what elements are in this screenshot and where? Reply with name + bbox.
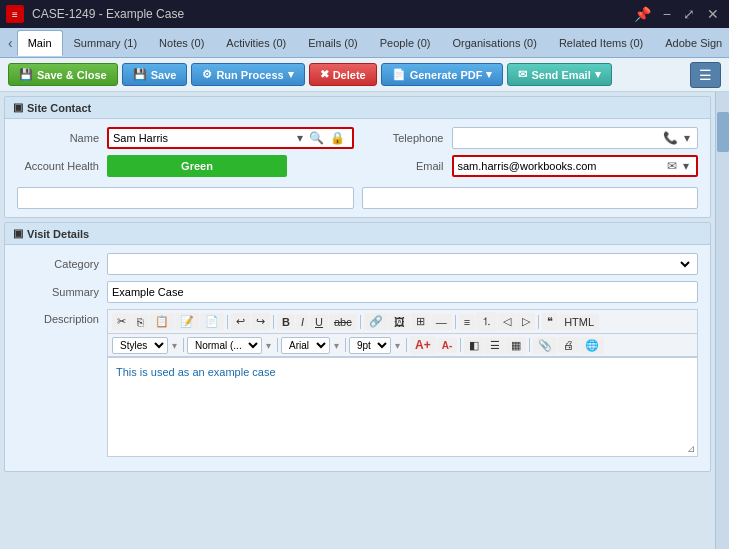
save-close-button[interactable]: 💾 Save & Close bbox=[8, 63, 118, 86]
email-icon-btn[interactable]: ✉ bbox=[664, 158, 680, 174]
account-health-value: Green bbox=[107, 155, 287, 177]
email-dropdown-btn[interactable]: ▾ bbox=[680, 158, 692, 174]
rte-paste-text-btn[interactable]: 📝 bbox=[175, 313, 199, 330]
name-input-wrapper: ▾ 🔍 🔒 bbox=[107, 127, 354, 149]
tab-emails[interactable]: Emails (0) bbox=[297, 30, 369, 56]
email-input[interactable] bbox=[458, 160, 665, 172]
rte-font-grow-btn[interactable]: A+ bbox=[410, 336, 436, 354]
rte-html-btn[interactable]: HTML bbox=[559, 314, 599, 330]
visit-section-collapse-icon[interactable]: ▣ bbox=[13, 227, 23, 240]
pin-button[interactable]: 📌 bbox=[630, 6, 655, 22]
rte-toolbar-row2: Styles ▾ Normal (... ▾ Arial bbox=[107, 333, 698, 357]
email-dropdown-icon: ▾ bbox=[595, 68, 601, 81]
rte-ol-btn[interactable]: ⒈ bbox=[476, 312, 497, 331]
send-email-button[interactable]: ✉ Send Email ▾ bbox=[507, 63, 611, 86]
rte-outdent-btn[interactable]: ◁ bbox=[498, 313, 516, 330]
name-field: ▾ 🔍 🔒 bbox=[107, 127, 354, 149]
rte-size-select[interactable]: 9pt bbox=[349, 337, 391, 354]
pdf-dropdown-icon: ▾ bbox=[486, 68, 492, 81]
rte-image-btn[interactable]: 🖼 bbox=[389, 314, 410, 330]
rte-indent-btn[interactable]: ▷ bbox=[517, 313, 535, 330]
delete-button[interactable]: ✖ Delete bbox=[309, 63, 377, 86]
save-button[interactable]: 💾 Save bbox=[122, 63, 188, 86]
rte-redo-btn[interactable]: ↪ bbox=[251, 313, 270, 330]
rte-copy-btn[interactable]: ⎘ bbox=[132, 314, 149, 330]
rte-hline-btn[interactable]: — bbox=[431, 314, 452, 330]
rte-blockquote-btn[interactable]: ❝ bbox=[542, 313, 558, 330]
rte-styles-select[interactable]: Styles bbox=[112, 337, 168, 354]
rte-strike-btn[interactable]: abc bbox=[329, 314, 357, 330]
empty-left-field bbox=[17, 187, 354, 209]
telephone-input[interactable] bbox=[457, 132, 661, 144]
generate-pdf-button[interactable]: 📄 Generate PDF ▾ bbox=[381, 63, 504, 86]
title-bar: ≡ CASE-1249 - Example Case 📌 − ⤢ ✕ bbox=[0, 0, 729, 28]
rte-underline-btn[interactable]: U bbox=[310, 314, 328, 330]
site-contact-left: Name ▾ 🔍 🔒 Account He bbox=[17, 127, 354, 183]
run-process-button[interactable]: ⚙ Run Process ▾ bbox=[191, 63, 304, 86]
rte-align-left-btn[interactable]: ◧ bbox=[464, 337, 484, 354]
rte-align-center-btn[interactable]: ☰ bbox=[485, 337, 505, 354]
telephone-icon-btn[interactable]: 📞 bbox=[660, 130, 681, 146]
rte-bold-btn[interactable]: B bbox=[277, 314, 295, 330]
telephone-field: 📞 ▾ bbox=[452, 127, 699, 149]
rte-font-select[interactable]: Arial bbox=[281, 337, 330, 354]
telephone-input-wrapper: 📞 ▾ bbox=[452, 127, 699, 149]
rte-attach-btn[interactable]: 📎 bbox=[533, 337, 557, 354]
rte-align-right-btn[interactable]: ▦ bbox=[506, 337, 526, 354]
rte-font-arrow: ▾ bbox=[331, 340, 342, 351]
app-icon: ≡ bbox=[6, 5, 24, 23]
visit-details-body: Category Summary bbox=[5, 245, 710, 471]
tab-activities[interactable]: Activities (0) bbox=[215, 30, 297, 56]
description-row: Description ✂ ⎘ 📋 📝 📄 ↩ ↪ bbox=[17, 309, 698, 457]
tab-adobe-sign[interactable]: Adobe Sign bbox=[654, 30, 729, 56]
scrollbar-track[interactable] bbox=[715, 92, 729, 549]
rte-sep11 bbox=[529, 338, 530, 352]
maximize-button[interactable]: ⤢ bbox=[679, 6, 699, 22]
name-search-btn[interactable]: 🔍 bbox=[306, 130, 327, 146]
description-editor[interactable]: This is used as an example case ⊿ bbox=[107, 357, 698, 457]
summary-label: Summary bbox=[17, 286, 107, 298]
tab-related-items[interactable]: Related Items (0) bbox=[548, 30, 654, 56]
delete-icon: ✖ bbox=[320, 68, 329, 81]
rte-format-select[interactable]: Normal (... bbox=[187, 337, 262, 354]
rte-print-btn[interactable]: 🖨 bbox=[558, 337, 579, 353]
section-collapse-icon[interactable]: ▣ bbox=[13, 101, 23, 114]
site-contact-header: ▣ Site Contact bbox=[5, 97, 710, 119]
summary-field bbox=[107, 281, 698, 303]
rte-ul-btn[interactable]: ≡ bbox=[459, 314, 475, 330]
visit-details-header: ▣ Visit Details bbox=[5, 223, 710, 245]
resize-handle[interactable]: ⊿ bbox=[687, 443, 695, 454]
scrollbar-thumb[interactable] bbox=[717, 112, 729, 152]
tab-people[interactable]: People (0) bbox=[369, 30, 442, 56]
rte-paste-word-btn[interactable]: 📄 bbox=[200, 313, 224, 330]
category-select[interactable] bbox=[112, 257, 693, 271]
rte-cut-btn[interactable]: ✂ bbox=[112, 313, 131, 330]
rte-sep2 bbox=[273, 315, 274, 329]
rte-table-btn[interactable]: ⊞ bbox=[411, 313, 430, 330]
email-row: Email ✉ ▾ bbox=[362, 155, 699, 177]
hamburger-menu-button[interactable]: ☰ bbox=[690, 62, 721, 88]
rte-undo-btn[interactable]: ↩ bbox=[231, 313, 250, 330]
minimize-button[interactable]: − bbox=[659, 6, 675, 22]
rte-link-btn[interactable]: 🔗 bbox=[364, 313, 388, 330]
window-controls: 📌 − ⤢ ✕ bbox=[630, 6, 723, 22]
telephone-dropdown-btn[interactable]: ▾ bbox=[681, 130, 693, 146]
rte-font-shrink-btn[interactable]: A- bbox=[437, 338, 458, 353]
name-person-btn[interactable]: 🔒 bbox=[327, 130, 348, 146]
close-button[interactable]: ✕ bbox=[703, 6, 723, 22]
tab-notes[interactable]: Notes (0) bbox=[148, 30, 215, 56]
summary-input[interactable] bbox=[107, 281, 698, 303]
rte-sep1 bbox=[227, 315, 228, 329]
tab-summary[interactable]: Summary (1) bbox=[63, 30, 149, 56]
tab-prev-button[interactable]: ‹ bbox=[4, 35, 17, 51]
name-dropdown-btn[interactable]: ▾ bbox=[294, 130, 306, 146]
account-health-label: Account Health bbox=[17, 160, 107, 172]
pdf-icon: 📄 bbox=[392, 68, 406, 81]
rte-preview-btn[interactable]: 🌐 bbox=[580, 337, 604, 354]
tab-main[interactable]: Main bbox=[17, 30, 63, 56]
rte-italic-btn[interactable]: I bbox=[296, 314, 309, 330]
rte-paste-btn[interactable]: 📋 bbox=[150, 313, 174, 330]
tab-organisations[interactable]: Organisations (0) bbox=[442, 30, 548, 56]
name-input[interactable] bbox=[113, 132, 294, 144]
site-contact-section: ▣ Site Contact Name ▾ 🔍 bbox=[4, 96, 711, 218]
